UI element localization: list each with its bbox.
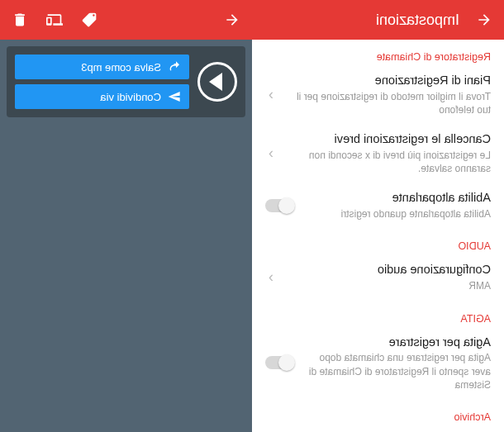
setting-delete-short[interactable]: Cancella le registrazioni brevi Le regis… xyxy=(252,125,504,183)
setting-audio-config[interactable]: Configurazione audio AMR › xyxy=(252,255,504,301)
toggle-switch[interactable] xyxy=(265,356,293,369)
setting-title: Abilita altoparlante xyxy=(303,190,491,206)
setting-title: Piani di Registrazione xyxy=(287,73,491,88)
setting-sub: Agita per registrare una chiamata dopo a… xyxy=(303,351,491,392)
settings-list: Registratore di Chiamate Piani di Regist… xyxy=(252,40,504,432)
delete-icon[interactable] xyxy=(10,10,30,30)
selection-screen: Salva come mp3 Condividi via xyxy=(0,0,252,432)
back-icon[interactable] xyxy=(474,10,494,30)
setting-enable-speaker[interactable]: Abilita altoparlante Abilita altoparlant… xyxy=(252,183,504,229)
selection-body: Salva come mp3 Condividi via xyxy=(0,40,252,432)
button-label: Salva come mp3 xyxy=(81,61,161,74)
setting-shake-record[interactable]: Agita per registrare Agita per registrar… xyxy=(252,328,504,400)
chevron-right-icon: › xyxy=(265,86,277,103)
toggle-switch[interactable] xyxy=(265,199,293,212)
setting-title: Configurazione audio xyxy=(287,262,491,278)
setting-title: Cancella le registrazioni brevi xyxy=(287,131,491,147)
setting-record-path[interactable]: Percorso di registrazione /storage/emula… xyxy=(252,426,504,432)
settings-title: Impostazioni xyxy=(376,12,459,29)
setting-sub: AMR xyxy=(287,279,491,292)
recording-action-card: Salva come mp3 Condividi via xyxy=(7,46,245,117)
setting-sub: Le registrazioni più brevi di x secondi … xyxy=(287,149,491,175)
setting-sub: Trova il miglior metodo di registrazione… xyxy=(287,90,491,116)
section-header-recorder: Registratore di Chiamate xyxy=(252,40,504,66)
save-mp3-button[interactable]: Salva come mp3 xyxy=(15,55,189,79)
settings-screen: Impostazioni Registratore di Chiamate Pi… xyxy=(252,0,504,432)
settings-appbar: Impostazioni xyxy=(252,0,504,40)
play-icon xyxy=(209,73,222,91)
selection-appbar xyxy=(0,0,252,40)
section-header-shake: AGITA xyxy=(252,301,504,328)
setting-recording-plans[interactable]: Piani di Registrazione Trova il miglior … xyxy=(252,66,504,125)
setting-sub: Abilita altoparlante quando registri xyxy=(303,207,491,221)
tag-icon[interactable] xyxy=(79,10,99,30)
section-header-archive: Archivio xyxy=(252,400,504,426)
share-button[interactable]: Condividi via xyxy=(15,84,189,109)
chevron-right-icon: › xyxy=(265,268,277,286)
play-button[interactable] xyxy=(197,62,237,102)
devices-icon[interactable] xyxy=(45,10,64,30)
section-header-audio: AUDIO xyxy=(252,229,504,255)
button-label: Condividi via xyxy=(100,91,161,103)
undo-icon xyxy=(168,60,181,74)
send-icon xyxy=(168,90,181,103)
setting-title: Agita per registrare xyxy=(303,335,491,350)
back-icon[interactable] xyxy=(222,10,242,30)
chevron-right-icon: › xyxy=(265,145,277,162)
